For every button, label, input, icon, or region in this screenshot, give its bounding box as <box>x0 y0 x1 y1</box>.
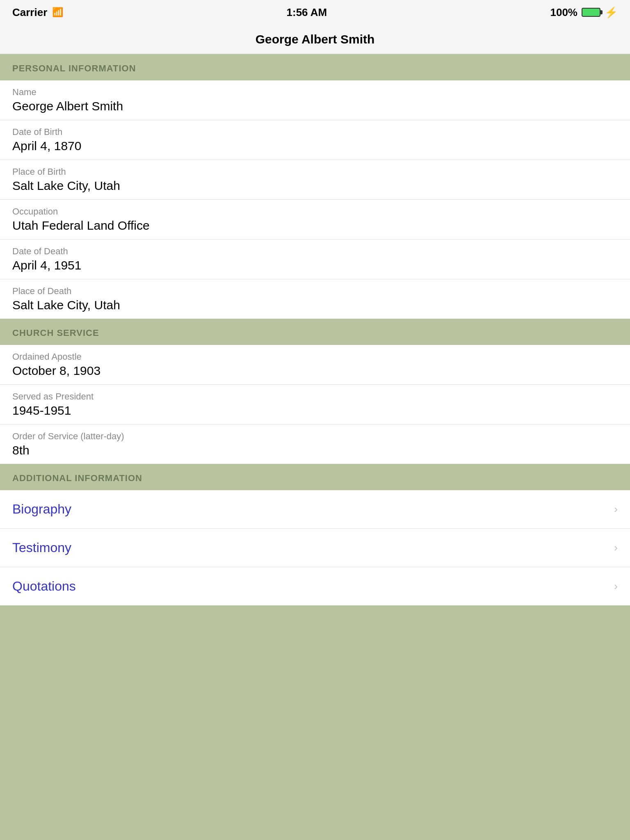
wifi-icon: 📶 <box>52 7 63 18</box>
name-label: Name <box>12 87 618 98</box>
order-row: Order of Service (latter-day) 8th <box>0 425 630 464</box>
additional-info-header: ADDITIONAL INFORMATION <box>0 464 630 490</box>
occupation-value: Utah Federal Land Office <box>12 219 618 233</box>
dob-label: Date of Birth <box>12 127 618 137</box>
president-label: Served as President <box>12 391 618 402</box>
nav-bar: George Albert Smith <box>0 25 630 54</box>
pod-row: Place of Death Salt Lake City, Utah <box>0 279 630 319</box>
additional-info-header-text: ADDITIONAL INFORMATION <box>12 473 142 483</box>
church-service-header: CHURCH SERVICE <box>0 319 630 345</box>
quotations-row[interactable]: Quotations › <box>0 567 630 605</box>
battery-icon <box>582 8 600 17</box>
testimony-chevron: › <box>614 541 618 554</box>
apostle-row: Ordained Apostle October 8, 1903 <box>0 345 630 385</box>
name-row: Name George Albert Smith <box>0 80 630 120</box>
biography-chevron: › <box>614 503 618 516</box>
status-right: 100% ⚡ <box>550 6 618 19</box>
apostle-label: Ordained Apostle <box>12 352 618 362</box>
personal-info-section: Name George Albert Smith Date of Birth A… <box>0 80 630 319</box>
president-value: 1945-1951 <box>12 404 618 418</box>
status-bar: Carrier 📶 1:56 AM 100% ⚡ <box>0 0 630 25</box>
order-label: Order of Service (latter-day) <box>12 431 618 442</box>
status-left: Carrier 📶 <box>12 6 63 19</box>
occupation-label: Occupation <box>12 206 618 217</box>
pob-row: Place of Birth Salt Lake City, Utah <box>0 160 630 200</box>
carrier-label: Carrier <box>12 6 47 19</box>
biography-row[interactable]: Biography › <box>0 490 630 529</box>
bottom-background <box>0 605 630 810</box>
lightning-icon: ⚡ <box>605 6 618 19</box>
dod-row: Date of Death April 4, 1951 <box>0 240 630 279</box>
battery-percent: 100% <box>550 6 578 19</box>
personal-info-header-text: PERSONAL INFORMATION <box>12 63 136 73</box>
quotations-chevron: › <box>614 580 618 593</box>
testimony-row[interactable]: Testimony › <box>0 529 630 567</box>
testimony-link[interactable]: Testimony <box>12 540 71 555</box>
nav-title: George Albert Smith <box>256 32 375 46</box>
biography-link[interactable]: Biography <box>12 502 71 517</box>
occupation-row: Occupation Utah Federal Land Office <box>0 200 630 240</box>
church-service-header-text: CHURCH SERVICE <box>12 328 99 338</box>
quotations-link[interactable]: Quotations <box>12 579 76 594</box>
pod-value: Salt Lake City, Utah <box>12 298 618 312</box>
dob-value: April 4, 1870 <box>12 139 618 153</box>
dod-label: Date of Death <box>12 246 618 257</box>
dob-row: Date of Birth April 4, 1870 <box>0 120 630 160</box>
pob-label: Place of Birth <box>12 167 618 177</box>
personal-info-header: PERSONAL INFORMATION <box>0 54 630 80</box>
pob-value: Salt Lake City, Utah <box>12 179 618 193</box>
dod-value: April 4, 1951 <box>12 258 618 272</box>
additional-info-section: Biography › Testimony › Quotations › <box>0 490 630 605</box>
apostle-value: October 8, 1903 <box>12 364 618 378</box>
pod-label: Place of Death <box>12 286 618 297</box>
order-value: 8th <box>12 443 618 457</box>
president-row: Served as President 1945-1951 <box>0 385 630 425</box>
church-service-section: Ordained Apostle October 8, 1903 Served … <box>0 345 630 464</box>
status-time: 1:56 AM <box>287 6 327 19</box>
name-value: George Albert Smith <box>12 99 618 113</box>
